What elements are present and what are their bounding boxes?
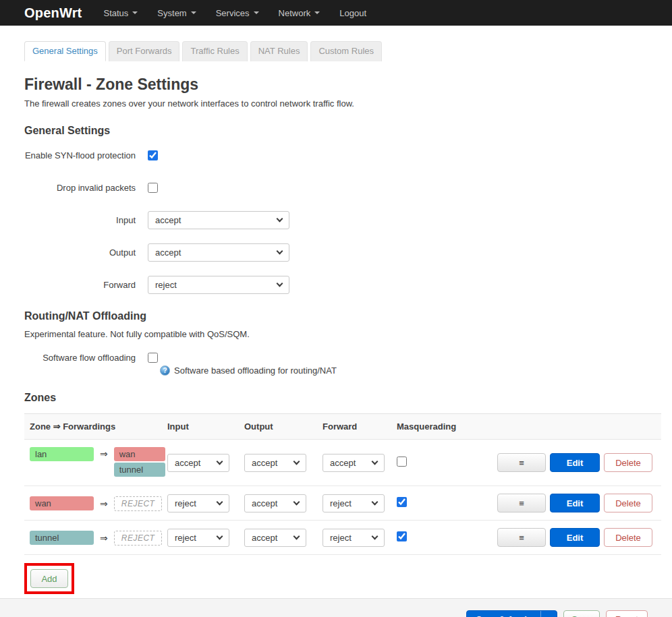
delete-button[interactable]: Delete: [604, 528, 652, 547]
nav-item-system[interactable]: System: [157, 8, 196, 18]
col-masquerading: Masquerading: [397, 421, 476, 432]
zone-output-select[interactable]: accept: [244, 529, 306, 547]
col-zone-forwardings: Zone ⇒ Forwardings: [30, 421, 167, 432]
brand-logo[interactable]: OpenWrt: [24, 5, 82, 21]
save-apply-dropdown-caret[interactable]: ▼: [540, 611, 557, 617]
zone-forward-select[interactable]: reject: [323, 494, 385, 512]
syn-flood-checkbox[interactable]: [148, 150, 158, 160]
chevron-down-icon: [277, 281, 283, 287]
tab-bar: General Settings Port Forwards Traffic R…: [24, 41, 661, 61]
tab-traffic-rules[interactable]: Traffic Rules: [182, 41, 247, 61]
forward-policy-label: Forward: [24, 280, 148, 290]
forward-arrow-icon: ⇒: [100, 497, 108, 509]
output-policy-label: Output: [24, 247, 148, 258]
nav-item-services[interactable]: Services: [216, 8, 259, 18]
offloading-subtitle: Experimental feature. Not fully compatib…: [24, 329, 661, 339]
flow-offloading-row: Software flow offloading: [24, 349, 661, 367]
flow-offloading-checkbox[interactable]: [148, 353, 158, 363]
target-badge: wan: [114, 447, 165, 461]
chevron-down-icon: [372, 533, 379, 539]
col-forward: Forward: [323, 421, 397, 432]
zone-output-select[interactable]: accept: [244, 494, 306, 512]
help-icon: ?: [160, 365, 170, 376]
edit-button[interactable]: Edit: [550, 528, 600, 547]
edit-button[interactable]: Edit: [550, 494, 600, 512]
delete-button[interactable]: Delete: [604, 494, 652, 512]
chevron-down-icon: [372, 458, 379, 465]
sort-handle-button[interactable]: ≡: [497, 453, 546, 472]
page-content: General Settings Port Forwards Traffic R…: [0, 41, 672, 594]
zone-row-wan: wan ⇒ REJECT reject accept reject ≡ Edit…: [24, 486, 661, 521]
forward-policy-row: Forward reject: [24, 276, 661, 294]
sort-handle-button[interactable]: ≡: [497, 494, 546, 512]
tab-general-settings[interactable]: General Settings: [24, 41, 106, 61]
flow-offloading-label: Software flow offloading: [24, 353, 148, 363]
drop-invalid-row: Drop invalid packets: [24, 179, 661, 197]
add-zone-button[interactable]: Add: [30, 569, 68, 588]
input-policy-select[interactable]: accept: [148, 211, 289, 229]
save-button[interactable]: Save: [563, 610, 600, 617]
target-badge: tunnel: [114, 463, 165, 477]
section-general-settings: General Settings: [24, 125, 661, 137]
zone-badge: lan: [30, 447, 94, 461]
nav-item-network[interactable]: Network: [279, 8, 320, 18]
zone-row-lan: lan ⇒ wan tunnel accept accept accept ≡ …: [24, 440, 661, 486]
chevron-down-icon: [372, 498, 379, 505]
top-navbar: OpenWrt Status System Services Network L…: [0, 0, 672, 26]
chevron-down-icon: [217, 458, 223, 465]
nav-item-logout[interactable]: Logout: [339, 8, 366, 18]
edit-button[interactable]: Edit: [550, 453, 600, 472]
zone-input-select[interactable]: reject: [167, 529, 229, 547]
chevron-down-icon: [293, 498, 300, 505]
zones-table: Zone ⇒ Forwardings Input Output Forward …: [24, 413, 661, 555]
chevron-down-icon: [217, 533, 223, 539]
save-apply-split-button[interactable]: Save & Apply ▼: [466, 610, 557, 617]
chevron-down-icon: [277, 216, 283, 223]
forward-arrow-icon: ⇒: [100, 531, 108, 543]
zones-table-header: Zone ⇒ Forwardings Input Output Forward …: [24, 413, 661, 440]
tab-custom-rules[interactable]: Custom Rules: [310, 41, 382, 61]
reset-button[interactable]: Reset: [606, 610, 648, 617]
zone-forward-select[interactable]: accept: [323, 454, 385, 472]
zone-forward-select[interactable]: reject: [323, 529, 385, 547]
reject-badge: REJECT: [114, 496, 163, 511]
output-policy-select[interactable]: accept: [148, 243, 289, 262]
tab-nat-rules[interactable]: NAT Rules: [250, 41, 308, 61]
nav-item-status[interactable]: Status: [103, 8, 138, 18]
chevron-down-icon: [132, 11, 138, 14]
forward-policy-select[interactable]: reject: [148, 276, 289, 294]
col-output: Output: [244, 421, 323, 432]
zone-row-tunnel: tunnel ⇒ REJECT reject accept reject ≡ E…: [24, 521, 661, 555]
page-subtitle: The firewall creates zones over your net…: [24, 98, 661, 109]
zone-output-select[interactable]: accept: [244, 454, 306, 472]
chevron-down-icon: [217, 498, 223, 505]
drop-invalid-checkbox[interactable]: [148, 183, 158, 193]
masquerading-checkbox[interactable]: [397, 457, 407, 467]
syn-flood-row: Enable SYN-flood protection: [24, 146, 661, 165]
highlight-annotation-box: Add: [24, 563, 74, 594]
chevron-down-icon: [191, 11, 196, 14]
masquerading-checkbox[interactable]: [397, 497, 407, 507]
col-input: Input: [167, 421, 244, 432]
chevron-down-icon: [293, 458, 300, 465]
tab-port-forwards[interactable]: Port Forwards: [109, 41, 180, 61]
syn-flood-label: Enable SYN-flood protection: [24, 150, 148, 160]
save-apply-button[interactable]: Save & Apply: [467, 611, 540, 617]
flow-offloading-help: ? Software based offloading for routing/…: [160, 365, 661, 376]
output-policy-row: Output accept: [24, 243, 661, 262]
input-policy-row: Input accept: [24, 211, 661, 229]
zone-input-select[interactable]: accept: [167, 454, 229, 472]
zone-input-select[interactable]: reject: [167, 494, 229, 512]
section-zones: Zones: [24, 392, 661, 404]
sort-handle-button[interactable]: ≡: [497, 528, 546, 547]
action-bar: Save & Apply ▼ Save Reset: [0, 598, 672, 617]
chevron-down-icon: [314, 11, 320, 14]
drop-invalid-label: Drop invalid packets: [24, 183, 148, 193]
delete-button[interactable]: Delete: [604, 453, 652, 472]
masquerading-checkbox[interactable]: [397, 531, 407, 541]
page-title: Firewall - Zone Settings: [24, 76, 661, 94]
forward-arrow-icon: ⇒: [100, 447, 108, 459]
chevron-down-icon: [293, 533, 300, 539]
input-policy-label: Input: [24, 215, 148, 225]
zone-badge: tunnel: [30, 531, 94, 545]
